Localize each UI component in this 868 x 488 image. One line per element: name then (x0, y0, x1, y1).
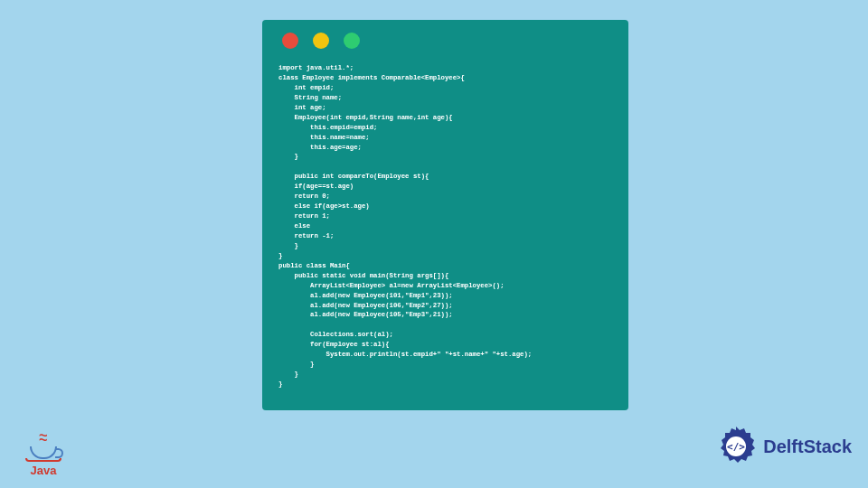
gear-badge-icon: </> (714, 425, 758, 468)
java-logo-text: Java (31, 464, 57, 477)
code-content: import java.util.*; class Employee imple… (278, 63, 612, 389)
minimize-icon (313, 33, 329, 49)
java-logo: ≈ Java (25, 431, 61, 477)
close-icon (282, 33, 298, 49)
delftstack-logo: </> DelftStack (714, 425, 852, 468)
maximize-icon (344, 33, 360, 49)
cup-icon (30, 446, 57, 459)
steam-icon: ≈ (39, 431, 47, 444)
traffic-lights (282, 33, 612, 49)
code-window: import java.util.*; class Employee imple… (262, 20, 628, 410)
delftstack-logo-text: DelftStack (763, 436, 852, 457)
svg-text:</>: </> (727, 441, 745, 453)
